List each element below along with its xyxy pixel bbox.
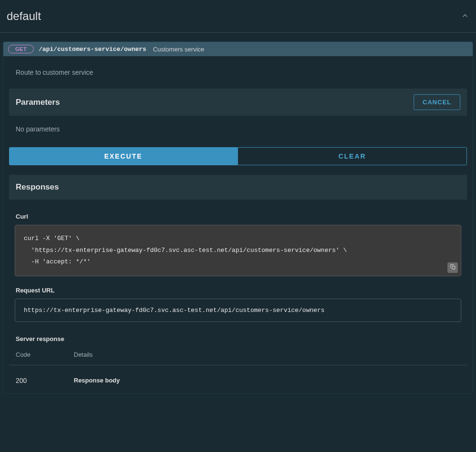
section-header[interactable]: default <box>0 0 476 33</box>
curl-label: Curl <box>9 213 467 220</box>
responses-bar: Responses <box>9 175 467 200</box>
section-title: default <box>7 10 41 23</box>
responses-title: Responses <box>16 182 59 191</box>
method-badge: GET <box>8 45 34 53</box>
cancel-button[interactable]: CANCEL <box>414 94 460 110</box>
operation-header[interactable]: GET /api/customers-service/owners Custom… <box>3 42 473 56</box>
operation-description: Route to customer service <box>9 69 467 76</box>
execute-button[interactable]: EXECUTE <box>9 147 238 165</box>
curl-content: curl -X 'GET' \ 'https://tx-enterprise-g… <box>24 235 347 265</box>
action-buttons: EXECUTE CLEAR <box>9 147 467 165</box>
operation-block: GET /api/customers-service/owners Custom… <box>3 41 473 394</box>
curl-code-block: curl -X 'GET' \ 'https://tx-enterprise-g… <box>15 225 461 276</box>
response-details: Response body <box>74 377 460 388</box>
endpoint-summary: Customers service <box>153 46 204 53</box>
response-body-label: Response body <box>74 377 460 384</box>
response-row: 200 Response body <box>9 365 467 388</box>
endpoint-path: /api/customers-service/owners <box>39 46 146 53</box>
clipboard-icon <box>450 264 456 271</box>
no-parameters-text: No parameters <box>9 125 467 133</box>
svg-rect-0 <box>452 266 455 269</box>
clear-button[interactable]: CLEAR <box>238 147 467 165</box>
parameters-title: Parameters <box>16 98 60 107</box>
details-header: Details <box>74 351 460 358</box>
status-code: 200 <box>16 377 74 388</box>
request-url-label: Request URL <box>9 287 467 294</box>
copy-button[interactable] <box>447 262 458 273</box>
server-response-label: Server response <box>9 335 467 342</box>
request-url-block: https://tx-enterprise-gateway-fd0c7.svc.… <box>15 299 461 322</box>
response-table-head: Code Details <box>9 351 467 365</box>
code-header: Code <box>16 351 74 358</box>
parameters-bar: Parameters CANCEL <box>9 89 467 116</box>
operation-body: Route to customer service Parameters CAN… <box>3 56 473 393</box>
chevron-up-icon <box>461 11 469 21</box>
